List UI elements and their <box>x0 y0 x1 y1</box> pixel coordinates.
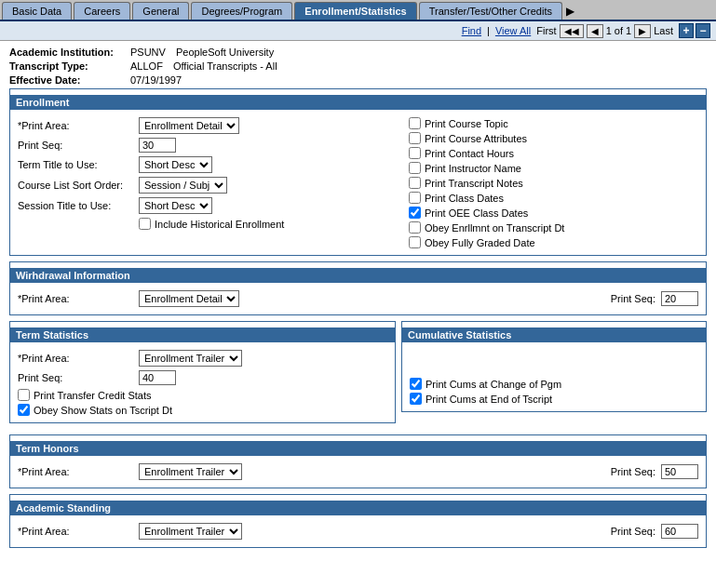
withdrawal-print-area-label: *Print Area: <box>18 293 139 304</box>
academic-standing-print-area-select[interactable]: Enrollment Trailer <box>139 523 242 540</box>
transfer-credit-row: Print Transfer Credit Stats <box>18 389 387 401</box>
print-course-topic-label: Print Course Topic <box>425 118 508 129</box>
tab-careers[interactable]: Careers <box>74 2 130 20</box>
cumulative-statistics-section: Cumulative Statistics Print Cums at Chan… <box>401 321 707 412</box>
print-cums-pgm-checkbox[interactable] <box>410 378 422 390</box>
enrollment-print-seq-input[interactable] <box>139 138 176 153</box>
main-content: Academic Institution: PSUNV PeopleSoft U… <box>0 41 716 559</box>
obey-show-row: Obey Show Stats on Tscript Dt <box>18 404 387 416</box>
course-list-row: Course List Sort Order: Session / Subj <box>18 177 394 194</box>
enrollment-print-area-select[interactable]: Enrollment Detail <box>139 117 239 134</box>
enrollment-print-area-row: *Print Area: Enrollment Detail <box>18 117 394 134</box>
print-cums-pgm-label: Print Cums at Change of Pgm <box>426 379 561 390</box>
enrollment-body: *Print Area: Enrollment Detail Print Seq… <box>10 114 706 255</box>
print-transcript-notes-label: Print Transcript Notes <box>425 178 523 189</box>
session-title-row: Session Title to Use: Short Desc <box>18 197 394 214</box>
print-cums-end-checkbox[interactable] <box>410 393 422 405</box>
term-honors-print-seq-input[interactable] <box>661 464 698 479</box>
enrollment-section: Enrollment *Print Area: Enrollment Detai… <box>9 88 707 256</box>
term-honors-print-seq-label: Print Seq: <box>611 466 655 477</box>
nav-next-button[interactable]: ▶ <box>634 24 651 38</box>
term-stat-print-seq-input[interactable] <box>139 370 176 385</box>
term-honors-print-area-select[interactable]: Enrollment Trailer <box>139 463 242 480</box>
print-contact-hours-checkbox[interactable] <box>409 147 421 159</box>
session-title-label: Session Title to Use: <box>18 200 139 211</box>
academic-standing-row: *Print Area: Enrollment Trailer Print Se… <box>18 523 698 540</box>
course-list-select[interactable]: Session / Subj <box>139 177 227 194</box>
print-course-topic-checkbox[interactable] <box>409 117 421 129</box>
print-cums-end-row: Print Cums at End of Tscript <box>410 393 698 405</box>
checkbox-row-2: Print Contact Hours <box>409 147 698 159</box>
enrollment-print-area-label: *Print Area: <box>18 120 139 131</box>
term-stat-print-seq-row: Print Seq: <box>18 370 387 385</box>
print-transcript-notes-checkbox[interactable] <box>409 177 421 189</box>
obey-enrllmnt-label: Obey Enrllmnt on Transcript Dt <box>425 222 564 234</box>
term-statistics-header: Term Statistics <box>10 327 395 342</box>
last-label: Last <box>654 25 673 36</box>
session-title-select[interactable]: Short Desc <box>139 197 212 214</box>
tab-scroll-right[interactable]: ▶ <box>566 5 574 18</box>
print-course-attributes-checkbox[interactable] <box>409 132 421 144</box>
term-statistics-col: Term Statistics *Print Area: Enrollment … <box>9 321 396 429</box>
term-stat-print-area-select[interactable]: Enrollment Trailer <box>139 350 242 367</box>
add-row-button[interactable]: + <box>679 23 694 38</box>
term-honors-section: Term Honors *Print Area: Enrollment Trai… <box>9 434 707 488</box>
obey-show-checkbox[interactable] <box>18 404 30 416</box>
transfer-credit-checkbox[interactable] <box>18 389 30 401</box>
tab-general[interactable]: General <box>132 2 189 20</box>
print-oee-class-dates-checkbox[interactable] <box>409 207 421 219</box>
obey-show-label: Obey Show Stats on Tscript Dt <box>34 405 172 416</box>
academic-standing-print-area-label: *Print Area: <box>18 526 139 537</box>
term-honors-print-area-label: *Print Area: <box>18 466 139 477</box>
academic-standing-print-seq-input[interactable] <box>661 524 698 539</box>
tab-enrollment-statistics[interactable]: Enrollment/Statistics <box>294 2 416 20</box>
effective-date-row: Effective Date: 07/19/1997 <box>9 74 707 86</box>
enrollment-print-seq-label: Print Seq: <box>18 140 139 151</box>
academic-standing-header: Academic Standing <box>10 501 706 515</box>
remove-row-button[interactable]: − <box>696 23 710 38</box>
obey-fully-graded-checkbox[interactable] <box>409 236 421 248</box>
withdrawal-section: Wirhdrawal Information *Print Area: Enro… <box>9 261 707 315</box>
print-oee-class-dates-label: Print OEE Class Dates <box>425 207 528 219</box>
term-title-select[interactable]: Short Desc <box>139 156 212 173</box>
enrollment-print-seq-row: Print Seq: <box>18 138 394 153</box>
nav-first-button[interactable]: ◀◀ <box>560 24 584 38</box>
withdrawal-body: *Print Area: Enrollment Detail Print Seq… <box>10 287 706 314</box>
print-cums-pgm-row: Print Cums at Change of Pgm <box>410 378 698 390</box>
checkbox-row-0: Print Course Topic <box>409 117 698 129</box>
withdrawal-print-area-select[interactable]: Enrollment Detail <box>139 290 239 307</box>
tab-basic-data[interactable]: Basic Data <box>2 2 72 20</box>
term-honors-body: *Print Area: Enrollment Trailer Print Se… <box>10 460 706 488</box>
include-historical-checkbox[interactable] <box>139 218 151 230</box>
find-link[interactable]: Find <box>462 25 481 36</box>
tab-degrees-program[interactable]: Degrees/Program <box>191 2 292 20</box>
nav-prev-button[interactable]: ◀ <box>587 24 603 38</box>
tab-transfer-test[interactable]: Transfer/Test/Other Credits <box>419 2 562 20</box>
print-class-dates-checkbox[interactable] <box>409 192 421 204</box>
term-stat-print-seq-label: Print Seq: <box>18 372 139 383</box>
course-list-label: Course List Sort Order: <box>18 180 139 191</box>
cumulative-statistics-header: Cumulative Statistics <box>402 327 706 342</box>
academic-standing-body: *Print Area: Enrollment Trailer Print Se… <box>10 519 706 547</box>
checkbox-row-4: Print Transcript Notes <box>409 177 698 189</box>
term-stat-print-area-label: *Print Area: <box>18 353 139 364</box>
include-historical-label: Include Historical Enrollment <box>155 219 284 230</box>
term-title-row: Term Title to Use: Short Desc <box>18 156 394 173</box>
institution-row: Academic Institution: PSUNV PeopleSoft U… <box>9 47 707 58</box>
tab-bar: Basic Data Careers General Degrees/Progr… <box>0 0 716 21</box>
institution-value: PSUNV PeopleSoft University <box>130 47 274 58</box>
print-instructor-name-checkbox[interactable] <box>409 162 421 174</box>
withdrawal-row: *Print Area: Enrollment Detail Print Seq… <box>18 290 698 307</box>
transcript-value: ALLOF Official Transcripts - All <box>130 60 277 72</box>
cumulative-statistics-body: Print Cums at Change of Pgm Print Cums a… <box>402 346 706 411</box>
withdrawal-print-seq-input[interactable] <box>661 291 698 306</box>
checkbox-row-3: Print Instructor Name <box>409 162 698 174</box>
checkbox-row-6: Print OEE Class Dates <box>409 207 698 219</box>
obey-enrllmnt-checkbox[interactable] <box>409 221 421 234</box>
effective-date-label: Effective Date: <box>9 74 130 86</box>
effective-date-value: 07/19/1997 <box>130 74 182 86</box>
view-all-link[interactable]: View All <box>495 25 531 36</box>
institution-label: Academic Institution: <box>9 47 130 58</box>
enrollment-right: Print Course Topic Print Course Attribut… <box>401 114 706 255</box>
print-course-attributes-label: Print Course Attributes <box>425 133 527 144</box>
